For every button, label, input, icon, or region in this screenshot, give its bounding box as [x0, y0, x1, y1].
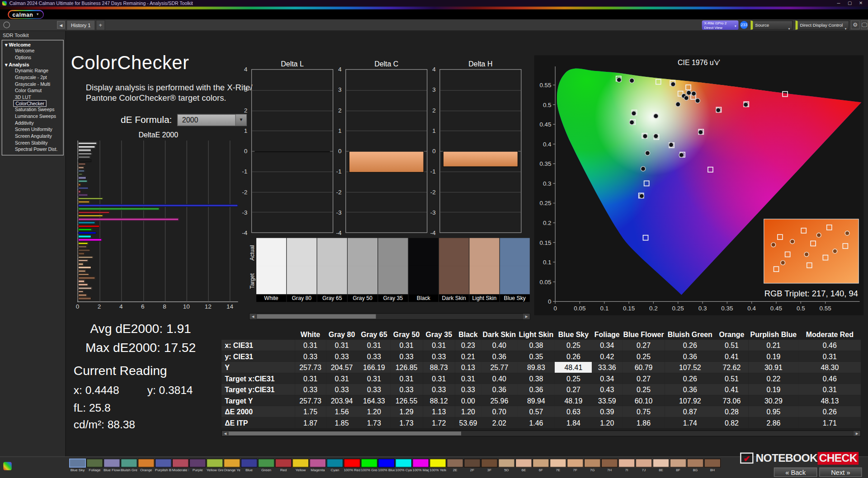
sidebar-item-options[interactable]: Options — [2, 54, 63, 61]
maximize-button[interactable]: ▢ — [844, 0, 855, 7]
page-description: Display analysis is performed with the X… — [86, 82, 253, 103]
app-menu-icon[interactable] — [3, 22, 10, 28]
add-tab-button[interactable]: + — [96, 20, 105, 30]
patch-button-2f[interactable]: 2F — [464, 459, 481, 472]
sidebar-item-spectral-power-dist[interactable]: Spectral Power Dist. — [2, 146, 63, 153]
table-cell: 0.40 — [481, 340, 517, 351]
sidebar-item-additivity[interactable]: Additivity — [2, 119, 63, 126]
scrollbar-thumb[interactable] — [257, 314, 376, 319]
delta-h-title: Delta H — [439, 60, 521, 68]
patch-button-purple[interactable]: Purple — [189, 459, 206, 472]
patch-button-6e[interactable]: 6E — [515, 459, 532, 472]
scroll-left-icon[interactable]: ◀ — [222, 431, 229, 436]
patch-button-7f[interactable]: 7F — [567, 459, 584, 472]
scroll-left-icon[interactable]: ◀ — [250, 314, 256, 319]
de-formula-label: dE Formula: — [121, 114, 172, 125]
source-dropdown[interactable]: Source ▼ — [750, 20, 793, 30]
patch-button-8g[interactable]: 8G — [687, 459, 704, 472]
tick-label: -3 — [242, 209, 247, 216]
sidebar-section-welcome[interactable]: ▾ Welcome — [2, 41, 63, 48]
patch-button-7g[interactable]: 7G — [584, 459, 601, 472]
patch-button-7j[interactable]: 7J — [636, 459, 652, 472]
gridline — [440, 171, 521, 172]
sidebar-item-welcome[interactable]: Welcome — [2, 47, 63, 54]
patch-button-100-blue[interactable]: 100% Blue — [378, 459, 395, 472]
patch-button-100-magenta[interactable]: 100% Magenta — [412, 459, 429, 472]
close-button[interactable]: ✕ — [855, 0, 866, 7]
cie-diagram: 00.050.10.150.20.250.30.350.40.450.50.55… — [534, 55, 864, 315]
de-bar-100-cyan — [78, 235, 91, 238]
minimize-button[interactable]: ─ — [833, 0, 844, 7]
sidebar-item-colorchecker[interactable]: ColorChecker — [14, 101, 46, 106]
patch-button-100-yellow[interactable]: 100% Yellow — [429, 459, 446, 472]
sidebar-item-screen-stability[interactable]: Screen Stability — [2, 140, 63, 146]
current-reading-label: Current Reading — [74, 363, 167, 378]
meter-dropdown[interactable]: X-Rite i1Pro 2 Direct View ▼ — [702, 20, 739, 30]
cie-inset-zoom — [764, 219, 859, 283]
display-control-dropdown[interactable]: Direct Display Control ▼ — [796, 20, 849, 30]
patch-button-7i[interactable]: 7I — [618, 459, 635, 472]
patch-button-orange[interactable]: Orange — [138, 459, 155, 472]
patch-button-100-red[interactable]: 100% Red — [344, 459, 360, 472]
sidebar-item-3d-lut[interactable]: 3D LUT — [2, 94, 63, 101]
tick-label: -1 — [430, 168, 436, 175]
patch-button-3f[interactable]: 3F — [481, 459, 498, 472]
patch-button-6f[interactable]: 6F — [533, 459, 549, 472]
patch-button-yellow[interactable]: Yellow — [292, 459, 309, 472]
patch-button-blue-flower[interactable]: Blue Flower — [104, 459, 120, 472]
row-header: Y — [222, 362, 295, 373]
patch-button-moderate-red[interactable]: Moderate Red — [172, 459, 189, 472]
patch-button-orange-yellow[interactable]: Orange Yellow — [224, 459, 241, 472]
patch-button-bluish-green[interactable]: Bluish Green — [121, 459, 137, 472]
patch-button-100-green[interactable]: 100% Green — [361, 459, 377, 472]
sidebar-section-analysis[interactable]: ▾ Analysis — [2, 61, 63, 68]
patch-button-red[interactable]: Red — [275, 459, 292, 472]
patch-button-2e[interactable]: 2E — [447, 459, 463, 472]
patch-button-8e[interactable]: 8E — [653, 459, 670, 472]
sidebar-item-grayscale-2pt[interactable]: Grayscale - 2pt — [2, 74, 63, 81]
sidebar-item-dynamic-range[interactable]: Dynamic Range — [2, 67, 63, 74]
svg-text:0.5: 0.5 — [543, 102, 552, 108]
patch-button-blue[interactable]: Blue — [241, 459, 258, 472]
patch-button-label: 5D — [498, 468, 515, 472]
tab-history-1[interactable]: History 1 — [66, 20, 95, 30]
table-cell: 0.40 — [481, 373, 517, 384]
patch-button-green[interactable]: Green — [258, 459, 275, 472]
table-cell: 0.51 — [715, 340, 749, 351]
sidebar-item-screen-uniformity[interactable]: Screen Uniformity — [2, 126, 63, 133]
sidebar-collapse-button[interactable]: ◀ — [57, 21, 65, 29]
svg-text:0.25: 0.25 — [539, 200, 551, 206]
patch-button-blue-sky[interactable]: Blue Sky — [69, 459, 86, 472]
selected-cell[interactable]: 48.41 — [555, 362, 592, 373]
sidebar-item-grayscale-multi[interactable]: Grayscale - Multi — [2, 81, 63, 88]
sidebar-item-color-gamut[interactable]: Color Gamut — [2, 87, 63, 94]
scroll-right-icon[interactable]: ▶ — [854, 431, 860, 436]
scrollbar-thumb[interactable] — [229, 431, 461, 436]
table-scrollbar[interactable]: ◀ ▶ — [222, 431, 861, 436]
calman-logo-button[interactable]: calman ▼ — [8, 10, 44, 19]
patch-button-100-cyan[interactable]: 100% Cyan — [395, 459, 412, 472]
patch-button-5d[interactable]: 5D — [498, 459, 515, 472]
sidebar-item-saturation-sweeps[interactable]: Saturation Sweeps — [2, 106, 63, 113]
patch-button-magenta[interactable]: Magenta — [309, 459, 326, 472]
scroll-right-icon[interactable]: ▶ — [523, 314, 530, 319]
next-button[interactable]: Next » — [819, 468, 862, 477]
de-bar-red — [78, 211, 110, 213]
patch-button-purplish-blue[interactable]: Purplish Blue — [155, 459, 172, 472]
patch-button-8f[interactable]: 8F — [670, 459, 687, 472]
patch-button-yellow-green[interactable]: Yellow Green — [207, 459, 223, 472]
sidebar-item-screen-angularity[interactable]: Screen Angularity — [2, 133, 63, 140]
gridline — [252, 131, 333, 131]
patch-button-7e[interactable]: 7E — [550, 459, 566, 472]
sidebar-item-luminance-sweeps[interactable]: Luminance Sweeps — [2, 113, 63, 120]
row-header: y: CIE31 — [222, 351, 295, 361]
back-button[interactable]: « Back — [774, 468, 817, 477]
settings-gear-button[interactable]: ⚙ — [851, 20, 860, 29]
table-cell: 0.70 — [481, 406, 517, 417]
patch-button-8h[interactable]: 8H — [704, 459, 721, 472]
patch-button-foliage[interactable]: Foliage — [86, 459, 103, 472]
workspace-layout-button[interactable]: 🖵 — [861, 20, 868, 29]
swatch-strip-scrollbar[interactable]: ◀ ▶ — [249, 313, 530, 320]
patch-button-7h[interactable]: 7H — [601, 459, 618, 472]
patch-button-cyan[interactable]: Cyan — [326, 459, 343, 472]
